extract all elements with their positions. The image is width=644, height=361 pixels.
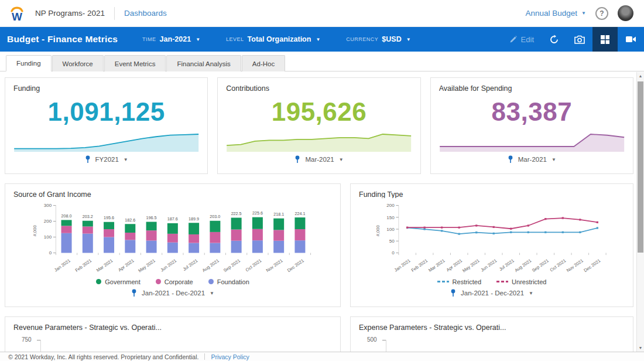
bar-segment-foundation[interactable] xyxy=(167,242,178,253)
available-spending-period-selector[interactable]: Mar-2021 ▼ xyxy=(439,152,625,167)
data-point[interactable] xyxy=(424,226,426,228)
legend-item-corporate[interactable]: Corporate xyxy=(156,278,193,285)
bar-segment-government[interactable] xyxy=(83,220,93,226)
data-point[interactable] xyxy=(527,224,529,226)
level-filter[interactable]: LEVEL Total Organization ▼ xyxy=(226,35,320,43)
bar-segment-corporate[interactable] xyxy=(104,229,114,237)
data-point[interactable] xyxy=(493,226,495,227)
bar-segment-foundation[interactable] xyxy=(252,240,263,253)
bar-segment-government[interactable] xyxy=(189,223,199,234)
annual-budget-menu[interactable]: Annual Budget ▼ xyxy=(526,9,587,18)
tab-event-metrics[interactable]: Event Metrics xyxy=(104,55,166,71)
data-point[interactable] xyxy=(544,218,546,220)
edit-button-label: Edit xyxy=(521,35,534,44)
tab-financial-analysis[interactable]: Financial Analysis xyxy=(166,55,241,71)
bar-segment-government[interactable] xyxy=(273,218,284,230)
data-point[interactable] xyxy=(562,231,564,233)
bar-segment-corporate[interactable] xyxy=(61,226,72,233)
legend-label: Government xyxy=(105,278,141,285)
bar-segment-foundation[interactable] xyxy=(104,237,114,253)
bar-segment-foundation[interactable] xyxy=(125,240,135,253)
help-icon[interactable]: ? xyxy=(595,7,608,20)
bar-segment-foundation[interactable] xyxy=(146,240,157,253)
data-point[interactable] xyxy=(510,227,512,229)
video-button[interactable] xyxy=(618,27,644,52)
avatar[interactable] xyxy=(618,5,633,21)
tab-funding[interactable]: Funding xyxy=(6,55,52,71)
y-tick-label: 0 xyxy=(49,250,52,256)
legend-dot xyxy=(208,279,214,284)
tab-ad-hoc[interactable]: Ad-Hoc xyxy=(242,55,285,71)
funding-period-selector[interactable]: FY2021 ▼ xyxy=(13,152,199,167)
grant-income-period-selector[interactable]: Jan-2021 - Dec-2021 ▼ xyxy=(13,287,332,300)
data-point[interactable] xyxy=(475,224,477,226)
data-point[interactable] xyxy=(597,227,598,229)
data-point[interactable] xyxy=(510,231,512,233)
bar-segment-government[interactable] xyxy=(104,222,114,229)
x-tick-label: Sep 2021 xyxy=(222,258,241,273)
refresh-button[interactable] xyxy=(542,27,567,52)
screenshot-button[interactable] xyxy=(567,27,592,52)
data-point[interactable] xyxy=(544,231,546,233)
bar-segment-foundation[interactable] xyxy=(231,240,242,253)
data-point[interactable] xyxy=(441,230,443,231)
chart-title: Expense Parameters - Strategic vs. Opera… xyxy=(359,323,625,332)
data-point[interactable] xyxy=(424,228,426,230)
funding-type-legend: RestrictedUnrestricted xyxy=(359,277,625,286)
bar-segment-corporate[interactable] xyxy=(189,234,199,243)
bar-segment-corporate[interactable] xyxy=(210,231,220,243)
scroll-up-arrow[interactable]: ▲ xyxy=(637,72,644,80)
bar-segment-government[interactable] xyxy=(167,223,178,233)
data-point[interactable] xyxy=(406,226,408,228)
bar-segment-government[interactable] xyxy=(231,217,242,229)
legend-item-government[interactable]: Government xyxy=(96,278,141,285)
data-point[interactable] xyxy=(475,231,477,233)
bar-segment-government[interactable] xyxy=(294,217,305,229)
time-filter[interactable]: TIME Jan-2021 ▼ xyxy=(142,35,200,43)
tab-workforce[interactable]: Workforce xyxy=(52,55,104,71)
bar-segment-government[interactable] xyxy=(146,222,157,230)
scroll-down-arrow[interactable]: ▼ xyxy=(637,344,644,352)
data-point[interactable] xyxy=(458,226,460,228)
bar-segment-foundation[interactable] xyxy=(189,243,199,253)
contributions-period-selector[interactable]: Mar-2021 ▼ xyxy=(226,152,412,167)
data-point[interactable] xyxy=(441,226,443,228)
bar-segment-corporate[interactable] xyxy=(146,230,157,240)
bar-segment-corporate[interactable] xyxy=(294,229,305,240)
bar-segment-corporate[interactable] xyxy=(83,226,93,233)
data-point[interactable] xyxy=(493,232,495,234)
bar-segment-corporate[interactable] xyxy=(125,233,135,240)
data-point[interactable] xyxy=(562,217,564,219)
privacy-policy-link[interactable]: Privacy Policy xyxy=(211,353,249,360)
bar-segment-government[interactable] xyxy=(125,224,135,233)
bar-segment-foundation[interactable] xyxy=(210,243,220,253)
bar-segment-corporate[interactable] xyxy=(252,229,263,240)
data-point[interactable] xyxy=(458,233,460,234)
bar-segment-corporate[interactable] xyxy=(167,233,178,242)
data-point[interactable] xyxy=(527,231,529,233)
data-point[interactable] xyxy=(597,221,598,223)
bar-segment-government[interactable] xyxy=(252,217,263,229)
vertical-scrollbar[interactable]: ▲ ▼ xyxy=(636,72,644,352)
available-spending-kpi-value: 83,387 xyxy=(439,97,625,127)
dashboard-grid-button[interactable] xyxy=(592,27,618,52)
bar-segment-government[interactable] xyxy=(210,220,220,231)
bar-segment-government[interactable] xyxy=(61,220,72,226)
data-point[interactable] xyxy=(579,219,581,220)
scrollbar-thumb[interactable] xyxy=(638,81,643,253)
funding-type-period-selector[interactable]: Jan-2021 - Dec-2021 ▼ xyxy=(359,287,625,300)
bar-segment-foundation[interactable] xyxy=(83,233,93,253)
bar-segment-foundation[interactable] xyxy=(273,240,284,253)
bar-segment-corporate[interactable] xyxy=(273,230,284,240)
data-point[interactable] xyxy=(579,231,581,233)
workday-logo-icon[interactable]: W xyxy=(8,4,26,23)
legend-item-unrestricted[interactable]: Unrestricted xyxy=(496,278,546,285)
dashboards-link[interactable]: Dashboards xyxy=(124,9,167,18)
legend-item-restricted[interactable]: Restricted xyxy=(437,278,482,285)
legend-item-foundation[interactable]: Foundation xyxy=(208,278,249,285)
bar-segment-foundation[interactable] xyxy=(61,233,72,253)
bar-segment-corporate[interactable] xyxy=(231,229,242,240)
bar-segment-foundation[interactable] xyxy=(294,240,305,253)
edit-button[interactable]: Edit xyxy=(502,27,542,52)
currency-filter[interactable]: CURRENCY $USD ▼ xyxy=(346,35,410,43)
